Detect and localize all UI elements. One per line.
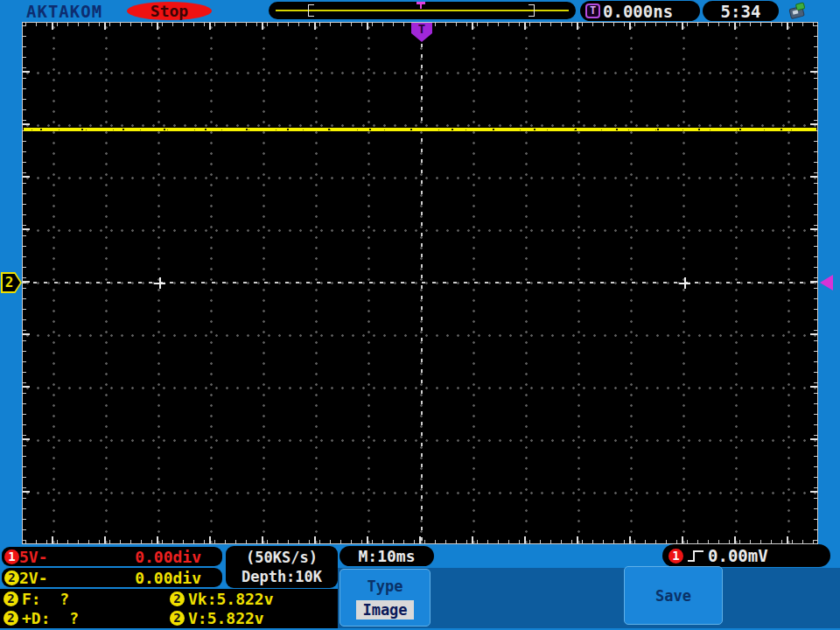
hpos-waveform-line [276, 10, 569, 11]
graticule: T [22, 22, 818, 544]
trigger-offset-value: 0.000ns [603, 2, 673, 21]
brand-logo: AKTAKOM [26, 2, 102, 21]
bottom-minor-ticks [23, 540, 817, 543]
ch2-info-row: 2 2V- 0.00div [2, 568, 222, 587]
center-horizontal-axis [23, 282, 817, 284]
menu-type-label: Type [340, 578, 430, 595]
trigger-level-value: 0.00mV [708, 546, 768, 565]
ch2-position: 0.00div [135, 569, 201, 587]
trigger-offset-readout: T 0.000ns [580, 1, 700, 21]
run-state-label: Stop [150, 2, 188, 20]
measurement-frequency-text: F: ? [22, 590, 69, 608]
meas-ch-badge: 2 [170, 611, 185, 626]
horizontal-position-bar[interactable] [269, 2, 576, 19]
menu-save-label: Save [655, 587, 691, 605]
ch2-badge: 2 [4, 570, 19, 585]
left-expansion-cross-icon [154, 277, 165, 289]
trigger-level-arrow-icon[interactable] [820, 275, 833, 290]
trigger-source-badge: 1 [668, 549, 683, 564]
measurement-vk: 2 Vk:5.822v [166, 590, 338, 608]
hpos-window-right-bracket [528, 4, 535, 17]
ch1-position: 0.00div [135, 548, 201, 566]
ch1-info-row: 1 5V- 0.00div [2, 547, 222, 566]
rising-edge-icon [687, 549, 704, 563]
top-status-bar: AKTAKOM Stop T 0.000ns 5:34 [0, 0, 840, 22]
ch2-scale: 2V- [19, 569, 48, 587]
right-minor-ticks [814, 23, 817, 543]
hpos-window-left-bracket [308, 4, 314, 17]
meas-ch-badge: 2 [4, 592, 18, 606]
menu-save-button[interactable]: Save [624, 566, 723, 625]
measurement-v: 2 V:5.822v [166, 609, 338, 627]
measurement-v-text: V:5.822v [188, 609, 264, 627]
hpos-trigger-marker-icon [416, 2, 425, 9]
oscilloscope-screen: AKTAKOM Stop T 0.000ns 5:34 [0, 0, 840, 630]
left-minor-ticks [23, 23, 26, 543]
timebase-readout: M:10ms [340, 546, 434, 566]
ch2-level-marker[interactable]: 2 [1, 272, 22, 293]
menu-type-value: Image [356, 600, 413, 620]
measurement-duty-text: +D: ? [22, 609, 79, 627]
ch1-scale: 5V- [19, 548, 48, 566]
memory-depth: Depth:10K [242, 568, 322, 585]
measurement-frequency: 2 F: ? [0, 590, 166, 608]
ch1-badge: 1 [4, 550, 19, 564]
measurement-vk-text: Vk:5.822v [188, 590, 274, 608]
meas-ch-badge: 2 [170, 592, 185, 606]
run-state-indicator: Stop [127, 2, 212, 20]
usb-disk-icon [787, 2, 809, 20]
meas-ch-badge: 2 [4, 611, 18, 626]
timebase-value: M:10ms [358, 547, 415, 565]
menu-type-button[interactable]: Type Image [340, 569, 430, 626]
trigger-t-icon: T [585, 4, 600, 18]
trigger-level-readout: 1 0.00mV [662, 544, 830, 567]
clock-value: 5:34 [721, 2, 761, 21]
measurement-duty: 2 +D: ? [0, 609, 166, 627]
right-expansion-cross-icon [679, 277, 690, 289]
ch2-trace [24, 128, 816, 131]
acquisition-info-box: (50KS/s) Depth:10K [226, 546, 338, 588]
ch2-level-marker-label: 2 [3, 274, 20, 291]
measurements-box: 2 F: ? 2 Vk:5.822v 2 +D: ? 2 V:5.822v [0, 589, 338, 628]
clock-readout: 5:34 [703, 1, 779, 21]
sample-rate: (50KS/s) [246, 549, 318, 566]
